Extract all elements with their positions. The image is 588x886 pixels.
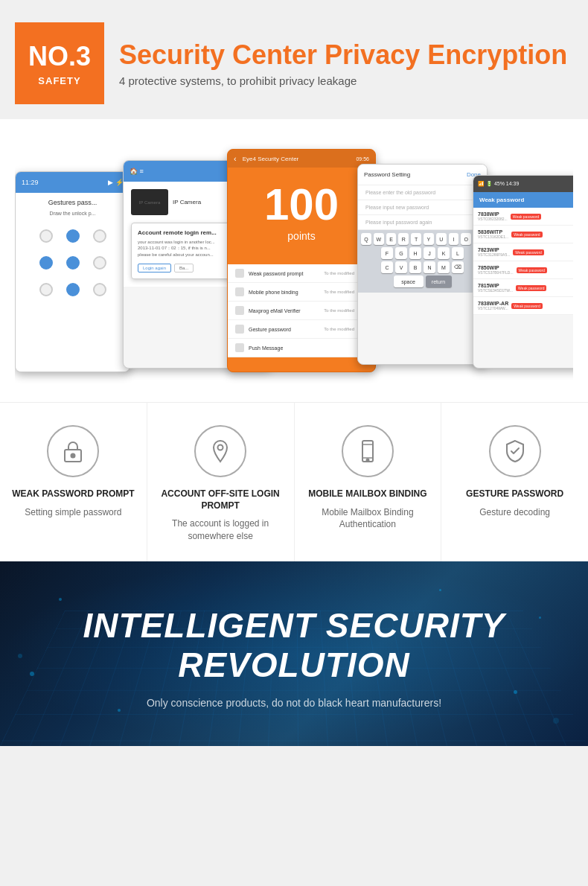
kb-l[interactable]: L <box>452 247 464 259</box>
kb-return[interactable]: return <box>426 275 452 287</box>
kb-u[interactable]: U <box>436 233 447 245</box>
confirm-password-field[interactable]: Please input password again <box>358 215 487 230</box>
kb-r[interactable]: R <box>398 233 409 245</box>
kb-t[interactable]: T <box>411 233 421 245</box>
weak-id-1: 7838WIP <box>478 211 508 217</box>
weak-row-6: 7838WIP-AR VSTC12704WW... Weak password <box>473 297 573 315</box>
item-status-4: To the modified <box>324 327 354 331</box>
weak-list: 7838WIP VSTC08232082... Weak password 58… <box>473 208 573 315</box>
kb-j[interactable]: J <box>424 247 435 259</box>
gesture-dot-9 <box>93 283 106 296</box>
security-title: Eye4 Security Center <box>243 156 299 162</box>
security-center-screen: ‹ Eye4 Security Center 09:56 100 points … <box>227 149 376 372</box>
svg-point-2 <box>218 445 223 450</box>
header-text: Security Center Privacy Encryption 4 pro… <box>119 39 567 87</box>
password-topbar: Password Setting Done <box>358 165 487 185</box>
kb-w[interactable]: W <box>374 233 384 245</box>
weak-sub-2: VSTC13162DE1... <box>478 235 508 239</box>
badge-label: SAFETY <box>38 75 80 86</box>
item-icon-4 <box>235 325 244 334</box>
account-topbar-icons: 🏠 ≡ <box>130 168 144 175</box>
kb-space[interactable]: space <box>394 275 424 287</box>
account-offsite-desc: The account is logged in somewhere else <box>159 517 283 543</box>
gesture-title: Gestures pass... <box>22 199 124 206</box>
weak-id-3: 7823WIP <box>478 247 510 252</box>
kb-k[interactable]: K <box>438 247 450 259</box>
weak-sub-5: VSTCSE34SD1TW... <box>478 288 513 293</box>
page-subtitle: 4 protective systems, to prohibit privac… <box>119 74 567 87</box>
weak-row-2: 5836WITP VSTC13162DE1... Weak password <box>473 226 573 243</box>
kb-h[interactable]: H <box>409 247 421 259</box>
weak-password-screen: 📶 🔋 45% 14:39 Weak password 7838WIP VSTC… <box>473 175 573 369</box>
old-password-placeholder: Please enter the old password <box>365 190 479 195</box>
cam-name: IP Camera <box>173 199 201 205</box>
kb-row-4: space return <box>361 275 484 287</box>
gesture-topbar-time: 11:29 <box>22 179 39 186</box>
old-password-field[interactable]: Please enter the old password <box>358 185 487 200</box>
gesture-dot-2 <box>66 229 80 243</box>
item-label-2: Mobile phone binding <box>249 290 319 295</box>
password-title: Password Setting <box>364 171 410 178</box>
kb-row-3: C V B N M ⌫ <box>361 261 484 273</box>
weak-badge-2: Weak password <box>511 232 542 238</box>
security-item-2: Mobile phone binding To the modified ! <box>228 283 375 302</box>
security-item-3: Maxprog eMail Verifier To the modified ✓ <box>228 302 375 320</box>
weak-header-title: Weak password <box>479 197 573 203</box>
shield-icon <box>502 438 528 465</box>
kb-b[interactable]: B <box>409 261 421 273</box>
kb-del[interactable]: ⌫ <box>452 261 464 273</box>
weak-badge-6: Weak password <box>511 303 542 309</box>
kb-e[interactable]: E <box>386 233 397 245</box>
kb-v[interactable]: V <box>395 261 407 273</box>
gesture-screen: 11:29 ▶ ⚡ Gestures pass... Draw the unlo… <box>15 171 130 372</box>
item-status-3: To the modified <box>324 308 354 313</box>
weak-row-5: 7815WIP VSTCSE34SD1TW... Weak password <box>473 279 573 297</box>
item-label-4: Gesture password <box>249 327 319 332</box>
feature-account-offsite: ACCOUNT OFF-SITE LOGIN PROMPT The accoun… <box>147 403 295 561</box>
banner-section: INTELLIGENT SECURITYREVOLUTION Only cons… <box>0 561 588 746</box>
weak-row-4: 7850WIP VSTCS37B047FLD... Weak password <box>473 261 573 279</box>
weak-password-icon-container <box>47 425 99 477</box>
header-section: NO.3 SAFETY Security Center Privacy Encr… <box>0 0 588 119</box>
gesture-password-desc: Gesture decoding <box>479 506 550 519</box>
weak-sub-6: VSTC12704WW... <box>478 306 508 310</box>
kb-c[interactable]: C <box>381 261 393 273</box>
back-button[interactable]: Ba... <box>174 264 194 273</box>
weak-topbar: 📶 🔋 45% 14:39 <box>473 176 573 192</box>
gesture-dot-1 <box>39 229 53 243</box>
kb-q[interactable]: Q <box>361 233 371 245</box>
gesture-dot-3 <box>93 229 106 243</box>
kb-n[interactable]: N <box>424 261 435 273</box>
kb-y[interactable]: Y <box>424 233 434 245</box>
weak-row-3: 7823WIP VSTC31266F9A5... Weak password <box>473 243 573 261</box>
kb-f[interactable]: F <box>381 247 393 259</box>
cam-thumbnail: IP Camera <box>131 189 168 215</box>
item-icon-2 <box>235 287 244 296</box>
mobile-mailbox-icon-container <box>342 425 394 477</box>
weak-topbar-status: 📶 🔋 45% 14:39 <box>478 181 519 187</box>
kb-o[interactable]: O <box>461 233 471 245</box>
security-item-4: Gesture password To the modified ✓ <box>228 320 375 339</box>
weak-row-1: 7838WIP VSTC08232082... Weak password <box>473 208 573 226</box>
new-password-field[interactable]: Please input new password <box>358 200 487 215</box>
feature-mobile-mailbox: MOBILE MAILBOX BINDING Mobile Mailbox Bi… <box>295 403 442 561</box>
password-screen: Password Setting Done Please enter the o… <box>357 164 488 365</box>
security-score-unit: points <box>287 230 315 242</box>
weak-badge-5: Weak password <box>516 285 546 291</box>
kb-g[interactable]: G <box>395 247 407 259</box>
login-again-button[interactable]: Login again <box>138 264 171 273</box>
weak-badge-4: Weak password <box>517 267 547 273</box>
mobile-mailbox-desc: Mobile Mailbox Binding Authentication <box>306 506 430 532</box>
kb-i[interactable]: I <box>449 233 459 245</box>
account-offsite-icon-container <box>194 425 246 477</box>
gesture-password-title: GESTURE PASSWORD <box>466 488 563 500</box>
kb-m[interactable]: M <box>438 261 450 273</box>
page-title: Security Center Privacy Encryption <box>119 39 567 70</box>
security-item-5: Push Message ✓ <box>228 339 375 357</box>
item-status-1: To the modified <box>324 271 354 275</box>
weak-id-5: 7815WIP <box>478 283 513 288</box>
badge-number: NO.3 <box>28 41 91 72</box>
kb-row-2: F G H J K L <box>361 247 484 259</box>
kb-row-1: Q W E R T Y U I O P <box>361 233 484 245</box>
weak-sub-1: VSTC08232082... <box>478 217 508 221</box>
